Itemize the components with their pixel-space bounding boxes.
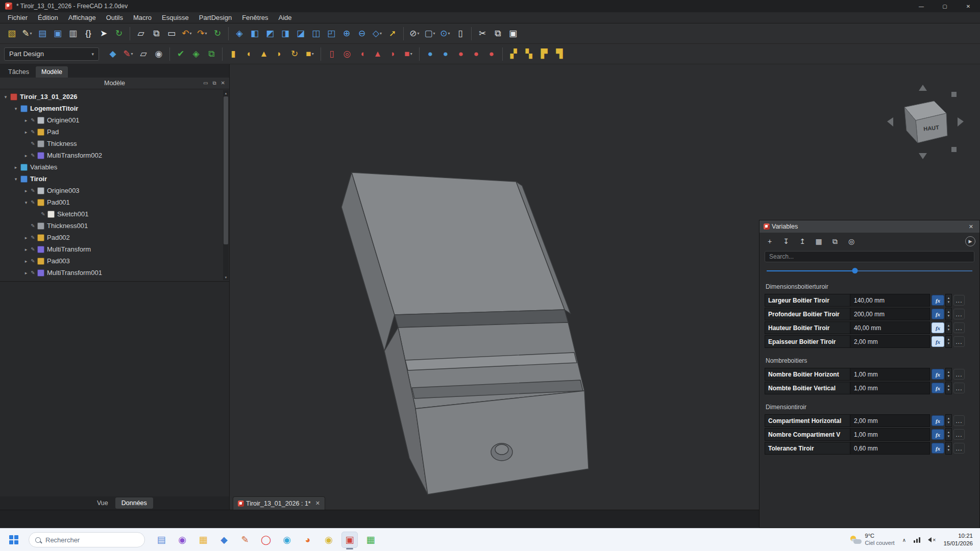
dropdown-arrow-icon[interactable]: ▾ — [410, 52, 412, 56]
menu-item-macro[interactable]: Macro — [129, 13, 156, 22]
variables-panel-titlebar[interactable]: Variables ✕ — [760, 220, 979, 233]
network-icon[interactable] — [914, 537, 920, 543]
expression-fx-button[interactable]: fx — [932, 369, 944, 380]
dropdown-arrow-icon[interactable]: ▾ — [131, 52, 133, 56]
paste-icon[interactable]: ▣ — [506, 27, 520, 41]
tree-expand-icon[interactable]: ▸ — [12, 165, 19, 170]
tree-expand-icon[interactable]: ▸ — [22, 235, 30, 240]
macro-braces-icon[interactable]: {} — [81, 27, 95, 41]
subtractive-primitive-icon[interactable]: ■▾ — [401, 47, 415, 61]
multitransform-icon[interactable]: ● — [484, 47, 499, 61]
tree-item-sketch001[interactable]: ✎Sketch001 — [0, 208, 222, 220]
panel-float-icon[interactable]: ⧉ — [212, 80, 216, 86]
tree-expand-icon[interactable]: ▸ — [22, 118, 30, 123]
close-button[interactable]: ✕ — [957, 0, 980, 12]
additive-pipe-icon[interactable]: ◗ — [272, 47, 286, 61]
spin-down-icon[interactable]: ▼ — [947, 300, 950, 304]
expression-fx-button[interactable]: fx — [932, 443, 944, 454]
tree-item-thickness001[interactable]: ✎Thickness001 — [0, 220, 222, 232]
dropdown-arrow-icon[interactable]: ▾ — [205, 31, 207, 36]
more-options-button[interactable]: ... — [953, 309, 965, 319]
dropdown-arrow-icon[interactable]: ▾ — [380, 31, 382, 36]
document-tab[interactable]: Tiroir_13_01_2026 : 1* ✕ — [233, 496, 325, 510]
variable-value-cell[interactable]: 200,00 mm — [850, 308, 930, 320]
tab-model[interactable]: Modèle — [36, 66, 68, 78]
refresh-icon[interactable]: ↻ — [112, 27, 126, 41]
create-sketch-icon[interactable]: ✎▾ — [121, 47, 135, 61]
variable-name-cell[interactable]: Nombre Boitier Horizont — [765, 368, 850, 381]
taskbar-edge-icon[interactable]: ◉ — [279, 532, 295, 548]
tree-item-pad001[interactable]: ▾✎Pad001 — [0, 196, 222, 208]
fit-all-icon[interactable]: ⊕ — [339, 27, 354, 41]
tree-item-multitransform001[interactable]: ▸✎MultiTransform001 — [0, 267, 222, 279]
scroll-down-icon[interactable]: ▼ — [223, 274, 229, 280]
cut-icon[interactable]: ✂ — [475, 27, 489, 41]
menu-item-fichier[interactable]: Fichier — [3, 13, 32, 22]
more-options-button[interactable]: ... — [953, 295, 965, 306]
variable-name-cell[interactable]: Nombte Boitier Vertical — [765, 382, 850, 394]
model-drawer-front-face[interactable] — [415, 391, 589, 494]
expression-fx-button[interactable]: fx — [932, 322, 944, 333]
variable-value-cell[interactable]: 1,00 mm — [850, 382, 930, 394]
spin-up-icon[interactable]: ▲ — [947, 296, 950, 300]
taskbar-photos-icon[interactable]: ◉ — [174, 532, 190, 548]
scaled-icon[interactable]: ● — [469, 47, 483, 61]
sync-view-icon[interactable]: ➚ — [385, 27, 400, 41]
spin-up-icon[interactable]: ▲ — [947, 338, 950, 341]
validate-sketch-icon[interactable]: ◉ — [152, 47, 166, 61]
taskbar-clock[interactable]: 10:21 15/01/2026 — [943, 532, 973, 547]
taskbar-firefox-icon[interactable]: ◕ — [300, 532, 316, 548]
additive-helix-icon[interactable]: ↻ — [287, 47, 302, 61]
tree-item-pad004[interactable]: ▸✎Pad004 — [0, 279, 222, 281]
export-variables-icon[interactable]: ↥ — [796, 235, 808, 247]
menu-item-partdesign[interactable]: PartDesign — [194, 13, 236, 22]
tree-item-origine003[interactable]: ▸✎Origine003 — [0, 185, 222, 196]
expression-fx-button[interactable]: fx — [932, 295, 944, 306]
model-knob-top[interactable] — [495, 444, 508, 455]
undo-icon[interactable]: ↶▾ — [180, 27, 194, 41]
bottom-view-icon[interactable]: ◫ — [309, 27, 323, 41]
variables-close-icon[interactable]: ✕ — [967, 223, 975, 230]
variable-name-cell[interactable]: Nombre Compartiment V — [765, 428, 850, 441]
tree-expand-icon[interactable]: ▾ — [12, 177, 19, 182]
tab-data[interactable]: Données — [115, 497, 153, 509]
slider-handle[interactable] — [852, 268, 858, 273]
variable-name-cell[interactable]: Compartiment Horizontal — [765, 414, 850, 427]
taskbar-chrome-icon[interactable]: ◉ — [321, 532, 337, 548]
tree-item-multitransform[interactable]: ▸✎MultiTransform — [0, 243, 222, 255]
subtractive-loft-icon[interactable]: ▲ — [371, 47, 385, 61]
menu-item-aide[interactable]: Aide — [274, 13, 296, 22]
selection-filter-icon[interactable]: ⊙▾ — [438, 27, 452, 41]
tree-expand-icon[interactable]: ▸ — [22, 270, 30, 276]
more-options-button[interactable]: ... — [953, 336, 965, 347]
weather-widget[interactable]: 9°C Ciel couvert — [850, 533, 895, 547]
value-spinner[interactable]: ▲▼ — [945, 308, 952, 320]
navcube-corner-widget-top[interactable] — [951, 92, 957, 97]
more-options-button[interactable]: ... — [953, 322, 965, 333]
tree-item-origine001[interactable]: ▸✎Origine001 — [0, 114, 222, 126]
check-geometry-icon[interactable]: ✔ — [174, 47, 188, 61]
sketcher-new-sketch-icon[interactable]: ✎▾ — [20, 27, 34, 41]
tree-item-tiroir[interactable]: ▾Tiroir — [0, 173, 222, 185]
variable-name-cell[interactable]: Profondeur Boitier Tiroir — [765, 308, 850, 320]
workbench-selector[interactable]: Part Design ▾ — [4, 47, 99, 61]
print-icon[interactable]: ▥ — [66, 27, 80, 41]
taskbar-explorer-icon[interactable]: ▦ — [195, 532, 211, 548]
pocket-icon[interactable]: ▯ — [325, 47, 339, 61]
chamfer-icon[interactable]: ▚ — [522, 47, 536, 61]
expression-fx-button[interactable]: fx — [932, 429, 944, 440]
panel-minimize-icon[interactable]: ▭ — [203, 80, 208, 86]
pad-icon[interactable]: ▮ — [226, 47, 240, 61]
toggle-visibility-icon[interactable]: ◎ — [845, 235, 857, 247]
taskbar-notepad-icon[interactable]: ▤ — [153, 532, 169, 548]
create-body-icon[interactable]: ◆ — [106, 47, 120, 61]
navigation-cube-svg[interactable]: HAUT — [879, 78, 966, 167]
tree-expand-icon[interactable]: ▾ — [2, 94, 9, 99]
variable-name-cell[interactable]: Tolerance Tiroir — [765, 442, 850, 455]
dropdown-arrow-icon[interactable]: ▾ — [312, 52, 314, 56]
variables-zoom-slider[interactable] — [767, 267, 972, 274]
expression-fx-button[interactable]: fx — [932, 415, 944, 426]
spin-down-icon[interactable]: ▼ — [947, 435, 950, 438]
expression-fx-button[interactable]: fx — [932, 309, 944, 319]
evaluate-play-icon[interactable]: ▶ — [965, 236, 975, 246]
